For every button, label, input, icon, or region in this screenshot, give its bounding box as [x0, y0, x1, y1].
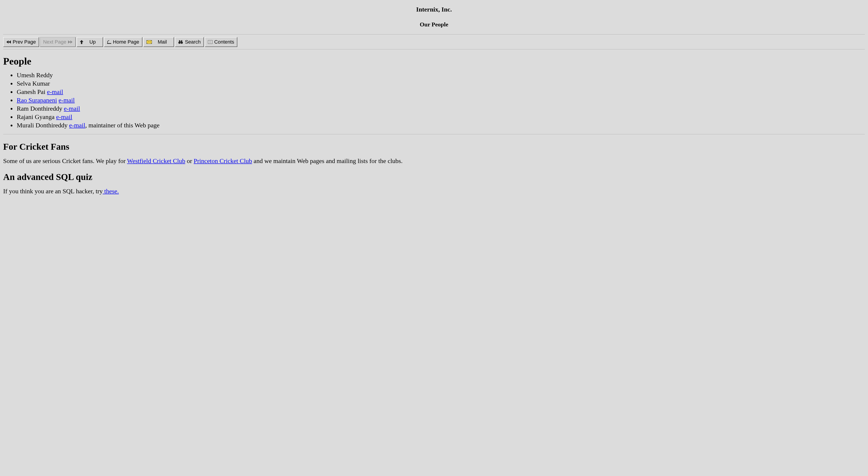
- page-subtitle: Our People: [3, 21, 865, 28]
- person-trailing: , maintainer of this Web page: [85, 122, 159, 129]
- person-name: Selva Kumar: [17, 80, 50, 87]
- nav-toolbar: Prev Page Next Page Up Home Page Mail: [3, 37, 865, 47]
- home-button[interactable]: Home Page: [104, 37, 143, 47]
- person-name: Umesh Reddy: [17, 72, 53, 78]
- button-label: Mail: [154, 39, 171, 45]
- email-link[interactable]: e-mail: [69, 122, 86, 129]
- person-name: Ram Donthireddy: [17, 105, 62, 112]
- button-label: Next Page: [43, 39, 66, 45]
- text: and we maintain Web pages and mailing li…: [252, 158, 403, 164]
- rewind-icon: [6, 40, 11, 43]
- email-link[interactable]: e-mail: [47, 88, 63, 95]
- email-link[interactable]: e-mail: [64, 105, 80, 112]
- email-link[interactable]: e-mail: [56, 113, 72, 121]
- list-item: Ganesh Pai e-mail: [16, 88, 865, 96]
- person-name: Ganesh Pai: [17, 88, 45, 95]
- list-item: Ram Donthireddy e-mail: [16, 105, 865, 112]
- svg-point-7: [178, 41, 181, 44]
- text: If you think you are an SQL hacker, try: [3, 188, 103, 195]
- forward-icon: [68, 40, 72, 43]
- divider: [3, 49, 865, 50]
- button-label: Prev Page: [13, 39, 36, 45]
- list-item: Selva Kumar: [16, 79, 865, 88]
- email-link[interactable]: e-mail: [59, 97, 75, 104]
- svg-rect-10: [181, 40, 182, 42]
- svg-marker-1: [8, 40, 11, 43]
- button-label: Up: [85, 39, 100, 45]
- button-label: Contents: [214, 39, 234, 45]
- svg-marker-4: [80, 40, 84, 44]
- page: Internix, Inc. Our People Prev Page Next…: [0, 0, 868, 207]
- princeton-link[interactable]: Princeton Cricket Club: [194, 158, 252, 164]
- list-item: Rao Surapaneni e-mail: [16, 96, 865, 104]
- mail-button[interactable]: Mail: [143, 37, 174, 47]
- button-label: Search: [185, 39, 201, 45]
- prev-page-button[interactable]: Prev Page: [3, 37, 39, 47]
- search-button[interactable]: Search: [175, 37, 204, 47]
- home-icon: [107, 40, 111, 44]
- up-arrow-icon: [80, 40, 84, 44]
- up-button[interactable]: Up: [76, 37, 103, 47]
- svg-marker-2: [68, 40, 70, 43]
- svg-point-8: [181, 41, 183, 44]
- svg-rect-9: [179, 40, 180, 42]
- divider: [3, 34, 865, 35]
- envelope-icon: [147, 40, 152, 44]
- people-list: Umesh Reddy Selva Kumar Ganesh Pai e-mai…: [16, 71, 865, 129]
- person-name: Rajani Gyanga: [17, 113, 55, 121]
- person-name: Murali Donthireddy: [17, 122, 68, 129]
- cricket-paragraph: Some of us are serious Cricket fans. We …: [3, 157, 865, 165]
- divider: [3, 134, 865, 135]
- sql-heading: An advanced SQL quiz: [3, 172, 865, 182]
- sql-quiz-link[interactable]: these.: [103, 188, 119, 195]
- list-item: Rajani Gyanga e-mail: [16, 113, 865, 121]
- binoculars-icon: [178, 40, 183, 44]
- person-name-link[interactable]: Rao Surapaneni: [17, 97, 57, 104]
- list-item: Murali Donthireddy e-mail, maintainer of…: [16, 121, 865, 129]
- svg-marker-3: [70, 40, 72, 43]
- contents-button[interactable]: Contents: [205, 37, 237, 47]
- contents-icon: [208, 40, 213, 44]
- page-title: Internix, Inc.: [3, 6, 865, 13]
- cricket-heading: For Cricket Fans: [3, 141, 865, 152]
- list-item: Umesh Reddy: [16, 71, 865, 79]
- button-label: Home Page: [113, 39, 139, 45]
- text: or: [185, 158, 194, 164]
- westfield-link[interactable]: Westfield Cricket Club: [127, 158, 185, 164]
- svg-rect-11: [180, 41, 181, 41]
- people-heading: People: [3, 56, 865, 67]
- next-page-button: Next Page: [40, 37, 76, 47]
- text: Some of us are serious Cricket fans. We …: [3, 158, 127, 164]
- sql-paragraph: If you think you are an SQL hacker, try …: [3, 187, 865, 195]
- svg-marker-0: [6, 40, 8, 43]
